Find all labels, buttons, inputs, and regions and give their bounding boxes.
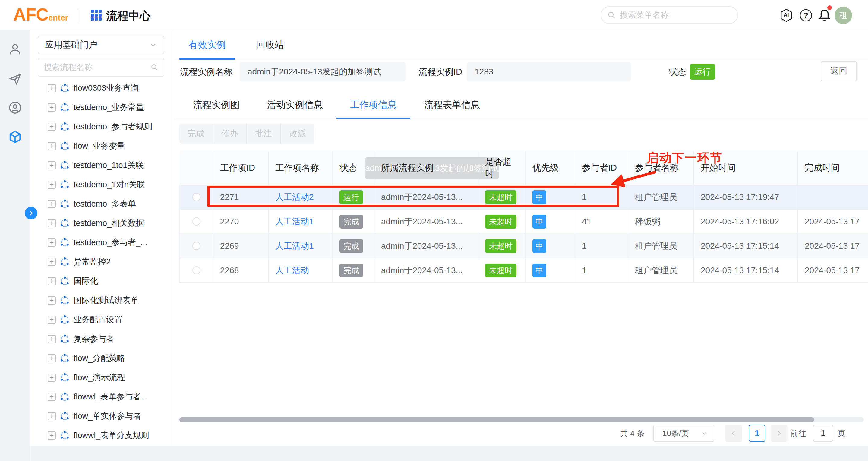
overtime-badge: 未超时 — [485, 264, 517, 277]
tree-item-label: flow_单实体参与者 — [73, 411, 142, 422]
row-radio[interactable] — [192, 266, 200, 274]
primary-tab[interactable]: 回收站 — [247, 30, 293, 60]
send-icon[interactable] — [8, 72, 22, 86]
column-header-label: 优先级 — [532, 163, 559, 173]
flow-icon — [60, 218, 70, 228]
action-button[interactable]: 完成 — [179, 124, 213, 144]
table-row[interactable]: 2270 人工活动1 完成 admin于2024-05-13... 未超时 中 … — [180, 209, 868, 234]
expand-plus-icon[interactable]: + — [48, 374, 56, 382]
workitem-name-link[interactable]: 人工活动2 — [275, 192, 314, 202]
tree-item[interactable]: + flow_分配策略 — [30, 348, 173, 368]
tree-item[interactable]: + testdemo_参与者规则 — [30, 117, 173, 136]
instance-cell: admin于2024-05-13... — [374, 185, 478, 209]
page-size-select[interactable]: 10条/页 — [653, 425, 714, 442]
bottom-strip — [30, 446, 868, 461]
expand-plus-icon[interactable]: + — [48, 200, 56, 208]
process-search-input[interactable] — [44, 63, 150, 72]
expand-plus-icon[interactable]: + — [48, 219, 56, 227]
detail-tab[interactable]: 工作项信息 — [337, 90, 410, 119]
back-button[interactable]: 返回 — [821, 61, 857, 82]
ai-assistant-icon[interactable]: AI — [779, 8, 793, 22]
expand-plus-icon[interactable]: + — [48, 258, 56, 266]
expand-plus-icon[interactable]: + — [48, 84, 56, 92]
horizontal-scrollbar-thumb[interactable] — [179, 417, 814, 422]
avatar[interactable]: 租 — [835, 7, 852, 24]
expand-plus-icon[interactable]: + — [48, 103, 56, 112]
action-button[interactable]: 催办 — [213, 124, 247, 144]
tree-item[interactable]: + testdemo_1to1关联 — [30, 156, 173, 175]
expand-plus-icon[interactable]: + — [48, 277, 56, 285]
tree-item[interactable]: + 复杂参与者 — [30, 329, 173, 348]
prev-page-button[interactable] — [725, 425, 742, 442]
page: AFCenter 流程中心 AI ? — [0, 0, 868, 461]
table-row[interactable]: 2268 人工活动 完成 admin于2024-05-13... 未超时 中 1… — [180, 258, 868, 282]
expand-plus-icon[interactable]: + — [48, 393, 56, 401]
tree-item[interactable]: + flowwl_表单参与者... — [30, 387, 173, 406]
row-radio[interactable] — [192, 242, 200, 250]
row-radio[interactable] — [192, 193, 200, 201]
detail-tab[interactable]: 流程实例图 — [179, 90, 253, 119]
expand-plus-icon[interactable]: + — [48, 335, 56, 343]
tree-item[interactable]: + flow_业务变量 — [30, 136, 173, 156]
menu-search-input[interactable] — [620, 10, 728, 20]
tree-item[interactable]: + testdemo_相关数据 — [30, 213, 173, 233]
horizontal-scrollbar-track[interactable] — [179, 417, 864, 422]
column-header-label: 工作项ID — [220, 163, 255, 173]
logo: AFCenter — [13, 4, 68, 24]
workitem-name-link[interactable]: 人工活动 — [275, 266, 309, 275]
expand-plus-icon[interactable]: + — [48, 354, 56, 362]
table-row[interactable]: 2271 人工活动2 运行 admin于2024-05-13... 未超时 中 … — [180, 185, 868, 209]
detail-tab[interactable]: 流程表单信息 — [410, 90, 494, 119]
page-title: 流程中心 — [106, 8, 151, 24]
expand-plus-icon[interactable]: + — [48, 316, 56, 324]
portal-select[interactable]: 应用基础门户 — [38, 36, 164, 54]
user-circle-icon[interactable] — [8, 101, 22, 115]
action-button[interactable]: 改派 — [281, 124, 314, 144]
table-row[interactable]: 2269 人工活动1 完成 admin于2024-05-13... 未超时 中 … — [180, 234, 868, 258]
detail-tab[interactable]: 活动实例信息 — [253, 90, 337, 119]
tree-item[interactable]: + 业务配置设置 — [30, 310, 173, 329]
instance-cell: admin于2024-05-13... — [374, 258, 478, 282]
instance-id-value: 1283 — [467, 62, 631, 82]
expand-plus-icon[interactable]: + — [48, 239, 56, 247]
cube-icon[interactable] — [8, 130, 22, 144]
tree-item[interactable]: + flow0303业务查询 — [30, 79, 173, 98]
tree-item[interactable]: + flow_演示流程 — [30, 368, 173, 387]
action-button[interactable]: 批注 — [247, 124, 281, 144]
tree-item[interactable]: + 国际化测试绑表单 — [30, 290, 173, 310]
expand-plus-icon[interactable]: + — [48, 161, 56, 170]
expand-plus-icon[interactable]: + — [48, 123, 56, 131]
workitem-name-link[interactable]: 人工活动1 — [275, 241, 314, 250]
tree-item[interactable]: + testdemo_多表单 — [30, 194, 173, 213]
column-header: 工作项名称 — [268, 151, 333, 185]
tree-item[interactable]: + testdemo_业务常量 — [30, 98, 173, 117]
search-icon — [150, 63, 158, 71]
process-sidebar: 应用基础门户 + flo — [30, 30, 173, 446]
next-page-button[interactable] — [771, 425, 787, 442]
process-search[interactable] — [38, 58, 164, 76]
expand-plus-icon[interactable]: + — [48, 142, 56, 150]
expand-plus-icon[interactable]: + — [48, 296, 56, 305]
sidebar-collapse-handle[interactable] — [25, 207, 37, 219]
primary-tab[interactable]: 有效实例 — [179, 30, 235, 60]
row-radio[interactable] — [192, 217, 200, 225]
help-icon[interactable]: ? — [799, 8, 813, 22]
goto-page-input[interactable] — [813, 425, 833, 442]
search-icon — [607, 11, 616, 19]
tree-item[interactable]: + flow_单实体参与者 — [30, 406, 173, 426]
menu-search[interactable] — [600, 6, 738, 24]
workitem-name-link[interactable]: 人工活动1 — [275, 217, 314, 226]
workitem-actions: 完成 催办 批注 改派 — [179, 124, 314, 144]
start-time-cell: 2024-05-13 17:15:14 — [694, 258, 798, 282]
participant-id-cell: 1 — [575, 258, 628, 282]
expand-plus-icon[interactable]: + — [48, 412, 56, 420]
tree-item[interactable]: + testdemo_参与者_... — [30, 233, 173, 252]
bell-icon[interactable] — [818, 8, 832, 22]
current-page[interactable]: 1 — [749, 425, 766, 442]
tree-item[interactable]: + 异常监控2 — [30, 252, 173, 271]
participant-name-cell: 租户管理员 — [628, 185, 694, 209]
tree-item[interactable]: + 国际化 — [30, 271, 173, 290]
tree-item[interactable]: + testdemo_1对n关联 — [30, 175, 173, 194]
expand-plus-icon[interactable]: + — [48, 181, 56, 189]
user-icon[interactable] — [8, 42, 22, 56]
